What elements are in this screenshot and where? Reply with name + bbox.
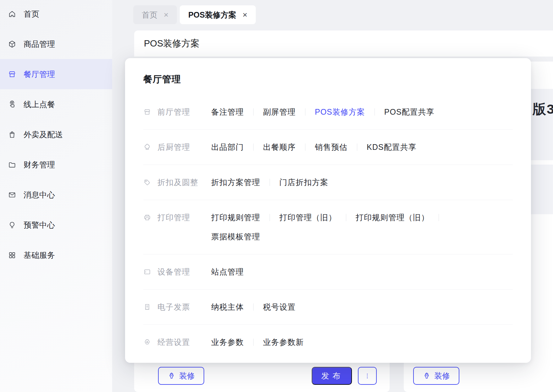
storefront-icon	[143, 108, 151, 116]
section-links: 备注管理副屏管理POS装修方案POS配置共享	[211, 102, 513, 122]
menu-link-备注管理[interactable]: 备注管理	[211, 102, 244, 122]
decorate-button-label: 装修	[179, 371, 195, 381]
link-divider	[270, 214, 270, 221]
printer-icon	[143, 214, 151, 221]
mega-menu-title: 餐厅管理	[143, 74, 513, 84]
menu-link-票据模板管理[interactable]: 票据模板管理	[211, 227, 260, 246]
sidebar-item-label: 消息中心	[24, 190, 55, 200]
section-links: 站点管理	[211, 262, 513, 281]
sidebar-item-预警中心[interactable]: 预警中心	[0, 210, 112, 240]
sidebar-item-消息中心[interactable]: 消息中心	[0, 180, 112, 210]
terminal-icon	[143, 268, 151, 276]
sidebar-item-首页[interactable]: 首页	[0, 0, 112, 29]
sidebar-item-label: 财务管理	[24, 160, 55, 170]
mega-menu-section: 设备管理 站点管理	[143, 254, 513, 289]
section-label: 前厅管理	[157, 102, 190, 122]
decorate-button[interactable]: 装修	[158, 367, 204, 385]
close-icon[interactable]	[243, 11, 247, 19]
brush-icon	[423, 372, 431, 380]
page-title: POS装修方案	[134, 30, 553, 57]
chef-hat-icon	[143, 143, 151, 151]
link-divider	[346, 214, 346, 221]
link-divider	[253, 303, 254, 311]
menu-link-出品部门[interactable]: 出品部门	[211, 138, 244, 157]
tab-label: POS装修方案	[188, 10, 236, 20]
app-window: 首页 商品管理 餐厅管理 线上点餐 外卖及配送 财务管理 消息中心 预警中心 基…	[0, 0, 553, 392]
menu-link-纳税主体[interactable]: 纳税主体	[211, 297, 244, 317]
menu-link-税号设置[interactable]: 税号设置	[263, 297, 296, 317]
sidebar-item-线上点餐[interactable]: 线上点餐	[0, 89, 112, 119]
more-icon	[363, 372, 371, 380]
menu-link-业务参数新[interactable]: 业务参数新	[263, 333, 304, 352]
tab-POS装修方案[interactable]: POS装修方案	[180, 5, 256, 24]
section-links: 打印规则管理打印管理（旧）打印规则管理（旧）票据模板管理	[211, 208, 513, 246]
grid-icon	[8, 251, 16, 259]
main-area: 首页 POS装修方案 POS装修方案 装修 发布 版3	[112, 0, 553, 392]
section-label: 打印管理	[157, 208, 190, 227]
close-icon[interactable]	[164, 11, 168, 19]
scheme-partial-title: 版3	[533, 100, 553, 118]
menu-link-副屏管理[interactable]: 副屏管理	[263, 102, 296, 122]
sidebar-item-label: 首页	[24, 9, 39, 19]
link-divider	[357, 144, 357, 151]
home-icon	[8, 10, 16, 18]
section-label: 折扣及圆整	[157, 173, 198, 192]
brush-icon	[167, 372, 176, 380]
more-actions-button[interactable]	[358, 367, 377, 385]
menu-link-折扣方案管理[interactable]: 折扣方案管理	[211, 173, 260, 192]
tag-icon	[143, 178, 151, 186]
decorate-button[interactable]: 装修	[413, 367, 459, 385]
mega-menu-sections: 前厅管理 备注管理副屏管理POS装修方案POS配置共享 后厨管理 出品部门出餐顺…	[143, 95, 513, 360]
sidebar-item-label: 外卖及配送	[24, 129, 63, 140]
menu-link-出餐顺序[interactable]: 出餐顺序	[263, 138, 296, 157]
menu-link-打印管理（旧）[interactable]: 打印管理（旧）	[279, 208, 337, 227]
section-label: 后厨管理	[157, 138, 190, 157]
tab-bar: 首页 POS装修方案	[133, 5, 256, 24]
sidebar-item-label: 餐厅管理	[24, 69, 55, 79]
mega-menu-section: 前厅管理 备注管理副屏管理POS装修方案POS配置共享	[143, 95, 513, 129]
sidebar-item-label: 线上点餐	[24, 99, 55, 110]
mega-menu-section: 后厨管理 出品部门出餐顺序销售预估KDS配置共享	[143, 129, 513, 165]
sidebar-item-外卖及配送[interactable]: 外卖及配送	[0, 119, 112, 150]
sidebar-menu: 首页 商品管理 餐厅管理 线上点餐 外卖及配送 财务管理 消息中心 预警中心 基…	[0, 0, 112, 270]
sidebar: 首页 商品管理 餐厅管理 线上点餐 外卖及配送 财务管理 消息中心 预警中心 基…	[0, 0, 112, 392]
link-divider	[439, 214, 439, 221]
mega-menu-section: 电子发票 纳税主体税号设置	[143, 289, 513, 324]
menu-link-门店折扣方案[interactable]: 门店折扣方案	[279, 173, 328, 192]
tab-label: 首页	[142, 10, 157, 20]
sidebar-item-商品管理[interactable]: 商品管理	[0, 29, 112, 59]
link-divider	[305, 144, 305, 151]
storefront-icon	[8, 70, 16, 79]
sidebar-item-餐厅管理[interactable]: 餐厅管理	[0, 59, 112, 89]
sidebar-item-label: 基础服务	[24, 250, 55, 260]
link-divider	[305, 108, 305, 116]
menu-link-POS配置共享[interactable]: POS配置共享	[384, 102, 435, 122]
menu-link-打印规则管理[interactable]: 打印规则管理	[211, 208, 260, 227]
menu-link-业务参数[interactable]: 业务参数	[211, 333, 244, 352]
bag-icon	[8, 130, 16, 139]
menu-link-KDS配置共享[interactable]: KDS配置共享	[367, 138, 416, 157]
restaurant-management-mega-menu: 餐厅管理 前厅管理 备注管理副屏管理POS装修方案POS配置共享 后厨管理 出品…	[125, 58, 531, 363]
link-divider	[253, 339, 254, 346]
menu-link-打印规则管理（旧）[interactable]: 打印规则管理（旧）	[356, 208, 429, 227]
tap-icon	[8, 100, 16, 109]
sidebar-item-财务管理[interactable]: 财务管理	[0, 150, 112, 180]
mega-menu-section: 经营设置 业务参数业务参数新	[143, 324, 513, 360]
link-divider	[253, 108, 254, 116]
section-label: 电子发票	[157, 297, 190, 317]
hexagon-settings-icon	[143, 338, 151, 346]
mega-menu-section: 折扣及圆整 折扣方案管理门店折扣方案	[143, 165, 513, 200]
link-divider	[253, 144, 254, 151]
menu-link-POS装修方案[interactable]: POS装修方案	[315, 102, 365, 122]
publish-button[interactable]: 发布	[312, 367, 352, 385]
menu-link-销售预估[interactable]: 销售预估	[315, 138, 348, 157]
sidebar-item-基础服务[interactable]: 基础服务	[0, 240, 112, 270]
section-label: 经营设置	[157, 333, 190, 352]
receipt-icon	[143, 303, 151, 311]
bulb-icon	[8, 221, 16, 229]
section-links: 纳税主体税号设置	[211, 297, 513, 317]
menu-link-站点管理[interactable]: 站点管理	[211, 262, 244, 281]
section-links: 业务参数业务参数新	[211, 333, 513, 352]
page-header: POS装修方案	[134, 30, 553, 57]
tab-首页[interactable]: 首页	[133, 5, 177, 24]
